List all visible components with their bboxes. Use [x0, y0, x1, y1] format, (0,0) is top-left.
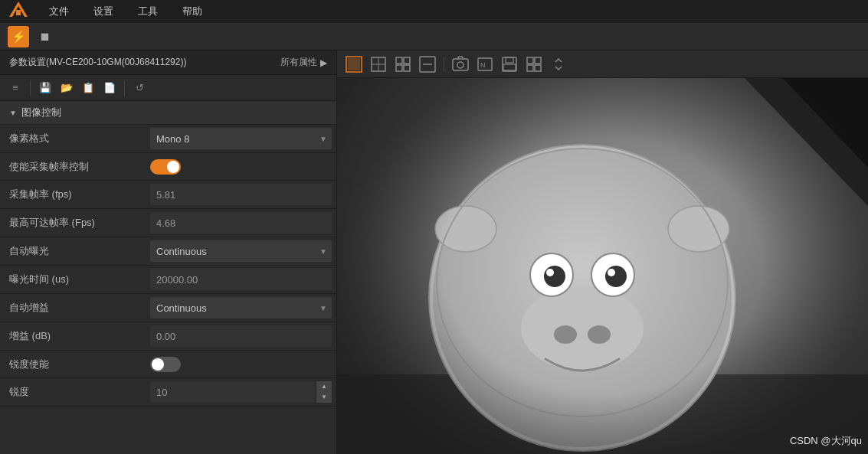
- prop-auto-gain: 自动增益 Continuous ▼: [0, 294, 336, 322]
- label-sharpness: 锐度: [0, 381, 146, 403]
- overlay-btn[interactable]: [368, 54, 389, 75]
- svg-rect-8: [396, 57, 402, 64]
- svg-point-15: [457, 62, 463, 68]
- svg-rect-19: [506, 57, 513, 63]
- save-btn[interactable]: [499, 54, 520, 75]
- grid2-btn[interactable]: [523, 54, 545, 75]
- prop-auto-exposure: 自动曝光 Continuous ▼: [0, 237, 336, 266]
- prop-fps-control: 使能采集帧率控制: [0, 153, 336, 181]
- value-auto-gain: Continuous ▼: [146, 294, 336, 322]
- input-fps[interactable]: [150, 184, 332, 205]
- svg-rect-10: [396, 65, 402, 71]
- title-bar: 文件 设置 工具 帮助: [0, 0, 868, 23]
- menu-tools[interactable]: 工具: [133, 3, 162, 20]
- section-image-control[interactable]: ▼ 图像控制: [0, 101, 336, 125]
- input-gain[interactable]: [150, 325, 332, 347]
- all-props-button[interactable]: 所有属性 ▶: [280, 56, 327, 69]
- prop-fps: 采集帧率 (fps): [0, 181, 336, 209]
- menu-file[interactable]: 文件: [44, 3, 74, 20]
- lightning-button[interactable]: ⚡: [8, 26, 29, 47]
- label-pixel-format: 像素格式: [0, 127, 146, 150]
- svg-rect-9: [404, 57, 410, 64]
- spinner-up-button[interactable]: ▲: [316, 381, 332, 392]
- arrow-right-icon: ▶: [320, 57, 327, 68]
- stop-button[interactable]: ⏹: [34, 26, 55, 47]
- expand-btn[interactable]: [548, 54, 569, 75]
- watermark: CSDN @大河qu: [790, 434, 862, 448]
- svg-rect-21: [527, 57, 533, 64]
- separator-1: [30, 80, 31, 96]
- svg-rect-2: [16, 10, 21, 15]
- list-icon[interactable]: ≡: [6, 79, 25, 97]
- prop-max-fps: 最高可达帧率 (Fps): [0, 209, 336, 237]
- toggle-sharpness[interactable]: [150, 357, 181, 372]
- camera-icon-btn[interactable]: [450, 54, 471, 75]
- svg-rect-20: [503, 64, 516, 70]
- label-btn[interactable]: N: [474, 54, 496, 75]
- value-max-fps: [146, 209, 336, 237]
- separator-2: [124, 80, 125, 96]
- prop-exposure-time: 曝光时间 (us): [0, 266, 336, 294]
- input-sharpness[interactable]: [150, 381, 315, 403]
- export-icon[interactable]: 📋: [79, 79, 97, 97]
- value-sharpness: ▲ ▼: [146, 378, 336, 406]
- right-toolbar: N: [337, 51, 868, 78]
- label-sharpness-enable: 锐度使能: [0, 353, 146, 376]
- grid-btn[interactable]: [392, 54, 414, 75]
- section-arrow-icon: ▼: [9, 109, 17, 117]
- image-display-btn[interactable]: [343, 54, 365, 75]
- value-fps-control: [146, 156, 336, 178]
- label-auto-exposure: 自动曝光: [0, 240, 146, 263]
- prop-sharpness: 锐度 ▲ ▼: [0, 378, 336, 407]
- camera-image: [337, 78, 868, 454]
- label-fps-control: 使能采集帧率控制: [0, 155, 146, 178]
- properties-container: ▼ 图像控制 像素格式 Mono 8 ▼ 使能采集帧率控制: [0, 101, 336, 454]
- svg-rect-43: [337, 78, 868, 454]
- menu-help[interactable]: 帮助: [178, 3, 207, 20]
- all-props-label: 所有属性: [280, 56, 317, 69]
- left-panel: 参数设置(MV-CE200-10GM(00J68411292)) 所有属性 ▶ …: [0, 51, 337, 454]
- svg-rect-22: [535, 57, 541, 64]
- spinner-controls: ▲ ▼: [316, 381, 332, 403]
- prop-sharpness-enable: 锐度使能: [0, 351, 336, 378]
- svg-rect-11: [404, 65, 410, 71]
- value-sharpness-enable: [146, 354, 336, 375]
- toggle-knob-2: [152, 358, 164, 371]
- svg-rect-4: [348, 58, 360, 70]
- main-toolbar: ⚡ ⏹: [0, 23, 868, 51]
- refresh-icon[interactable]: ↺: [130, 79, 149, 97]
- app-logo: [8, 0, 29, 24]
- toggle-knob: [167, 161, 179, 173]
- spinner-down-button[interactable]: ▼: [316, 392, 332, 403]
- prop-pixel-format: 像素格式 Mono 8 ▼: [0, 125, 336, 153]
- input-exposure-time[interactable]: [150, 269, 332, 290]
- value-auto-exposure: Continuous ▼: [146, 237, 336, 265]
- note-icon[interactable]: 📄: [100, 79, 119, 97]
- load-icon[interactable]: 📂: [57, 79, 76, 97]
- select-auto-exposure[interactable]: Continuous: [150, 240, 332, 262]
- value-pixel-format: Mono 8 ▼: [146, 125, 336, 152]
- save-icon[interactable]: 💾: [36, 79, 54, 97]
- select-pixel-format[interactable]: Mono 8: [150, 128, 332, 149]
- svg-text:N: N: [480, 61, 486, 69]
- select-auto-gain[interactable]: Continuous: [150, 297, 332, 318]
- value-exposure-time: [146, 266, 336, 293]
- sub-toolbar: ≡ 💾 📂 📋 📄 ↺: [0, 75, 336, 101]
- label-fps: 采集帧率 (fps): [0, 183, 146, 206]
- value-fps: [146, 181, 336, 208]
- menu-settings[interactable]: 设置: [89, 3, 118, 20]
- label-gain: 增益 (dB): [0, 325, 146, 348]
- toggle-fps-control[interactable]: [150, 159, 181, 175]
- section-label: 图像控制: [21, 106, 61, 119]
- label-auto-gain: 自动增益: [0, 296, 146, 319]
- prop-gain: 增益 (dB): [0, 322, 336, 351]
- value-gain: [146, 322, 336, 350]
- label-max-fps: 最高可达帧率 (Fps): [0, 211, 146, 234]
- panel-header: 参数设置(MV-CE200-10GM(00J68411292)) 所有属性 ▶: [0, 51, 336, 75]
- rt-separator-1: [444, 57, 444, 72]
- input-max-fps[interactable]: [150, 212, 332, 234]
- camera-view: [337, 78, 868, 454]
- label-exposure-time: 曝光时间 (us): [0, 268, 146, 291]
- zoom-btn[interactable]: [417, 54, 438, 75]
- panel-title: 参数设置(MV-CE200-10GM(00J68411292)): [9, 56, 186, 69]
